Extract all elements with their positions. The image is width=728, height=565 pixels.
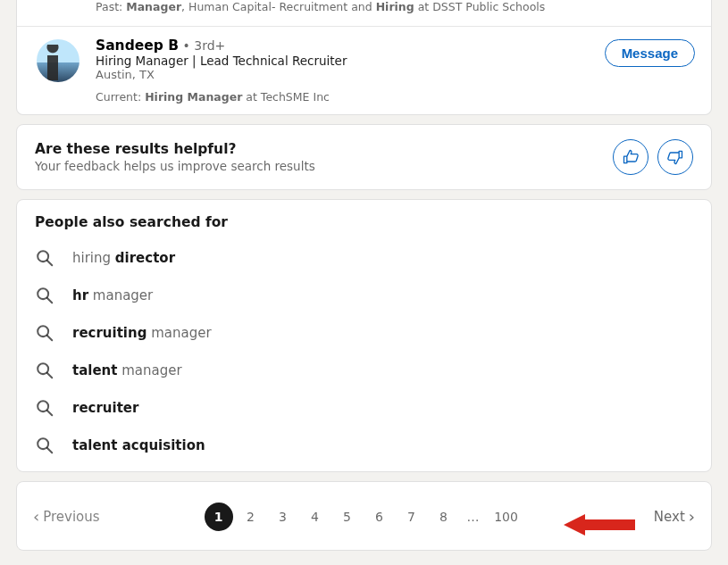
search-icon	[35, 436, 54, 455]
pagination-card: ‹ Previous 12345678…100 Next ›	[16, 481, 712, 551]
results-card: Past: Manager, Human Capital- Recruitmen…	[16, 0, 712, 115]
svg-line-9	[47, 411, 52, 415]
page-ellipsis: …	[462, 510, 485, 524]
svg-marker-12	[564, 514, 635, 536]
search-icon	[35, 286, 54, 305]
result-item-prev-fragment: Past: Manager, Human Capital- Recruitmen…	[17, 0, 711, 26]
feedback-question: Are these results helpful?	[35, 141, 315, 157]
svg-line-5	[47, 336, 52, 340]
page-number[interactable]: 6	[365, 503, 394, 531]
annotation-arrow	[564, 511, 635, 543]
page-number[interactable]: 5	[333, 503, 362, 531]
feedback-subtext: Your feedback helps us improve search re…	[35, 159, 315, 173]
related-search-label: hr manager	[72, 287, 153, 303]
feedback-text: Are these results helpful? Your feedback…	[35, 141, 315, 173]
page-number[interactable]: 7	[397, 503, 426, 531]
related-search-label: recruiting manager	[72, 325, 212, 341]
related-search-item[interactable]: talent acquisition	[35, 427, 693, 464]
thumbs-up-button[interactable]	[613, 139, 649, 175]
page-number[interactable]: 4	[301, 503, 330, 531]
past-job-line: Past: Manager, Human Capital- Recruitmen…	[96, 0, 711, 26]
svg-line-7	[47, 373, 52, 378]
related-search-label: talent acquisition	[72, 437, 205, 453]
related-search-label: recruiter	[72, 400, 138, 416]
message-button[interactable]: Message	[605, 39, 695, 67]
feedback-card: Are these results helpful? Your feedback…	[16, 124, 712, 190]
related-search-label: hiring director	[72, 250, 175, 266]
related-search-item[interactable]: talent manager	[35, 352, 693, 389]
search-icon	[35, 248, 54, 268]
current-job-line: Current: Hiring Manager at TechSME Inc	[96, 90, 697, 104]
page-number[interactable]: 8	[430, 503, 458, 531]
avatar[interactable]	[37, 39, 79, 82]
related-search-item[interactable]: recruiter	[35, 389, 693, 427]
search-icon	[35, 323, 54, 343]
result-item: Sandeep B • 3rd+ Hiring Manager | Lead T…	[17, 26, 711, 114]
related-search-label: talent manager	[72, 362, 182, 378]
result-name-link[interactable]: Sandeep B	[96, 37, 179, 54]
page-number[interactable]: 1	[205, 503, 233, 531]
page-numbers: 12345678…100	[205, 503, 524, 531]
related-search-item[interactable]: recruiting manager	[35, 314, 693, 352]
feedback-actions	[613, 139, 693, 175]
search-icon	[35, 398, 54, 418]
related-heading: People also searched for	[35, 214, 693, 230]
previous-link: ‹ Previous	[33, 509, 100, 525]
page-number[interactable]: 3	[269, 503, 297, 531]
thumbs-up-icon	[622, 148, 640, 166]
search-icon	[35, 361, 54, 380]
thumbs-down-button[interactable]	[657, 139, 693, 175]
svg-line-1	[47, 261, 52, 265]
result-degree: • 3rd+	[179, 38, 225, 53]
chevron-right-icon: ›	[689, 509, 695, 525]
result-location: Austin, TX	[96, 68, 697, 81]
svg-line-11	[47, 448, 52, 453]
chevron-left-icon: ‹	[33, 509, 39, 525]
page-number-last[interactable]: 100	[489, 503, 524, 531]
related-search-item[interactable]: hiring director	[35, 239, 693, 277]
next-link[interactable]: Next ›	[654, 509, 695, 525]
svg-line-3	[47, 298, 52, 303]
related-search-item[interactable]: hr manager	[35, 277, 693, 314]
related-searches-card: People also searched for hiring director…	[16, 199, 712, 472]
page-number[interactable]: 2	[237, 503, 265, 531]
thumbs-down-icon	[666, 148, 684, 166]
